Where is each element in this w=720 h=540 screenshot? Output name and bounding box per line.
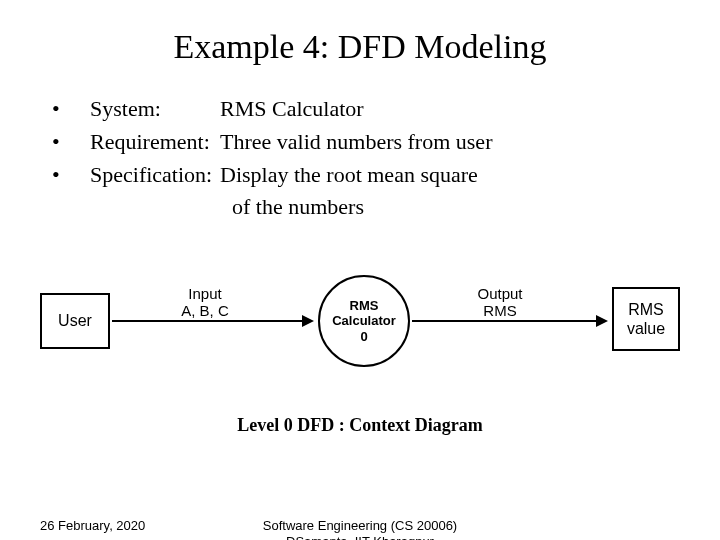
sink-text: value — [627, 320, 665, 337]
bullet-list: •System:RMS Calculator •Requirement:Thre… — [52, 94, 680, 223]
external-entity-user: User — [40, 293, 110, 349]
bullet-value: Display the root mean square — [220, 162, 478, 187]
bullet-system: •System:RMS Calculator — [52, 94, 680, 125]
sink-text: RMS — [628, 301, 664, 318]
process-rms-calculator: RMS Calculator 0 — [318, 275, 410, 367]
process-text: RMS — [350, 298, 379, 313]
arrow-head-icon — [302, 315, 314, 327]
bullet-dot: • — [52, 127, 90, 158]
footer-course: Software Engineering (CS 20006) DSamanta… — [0, 518, 720, 540]
arrow-output — [412, 320, 598, 322]
bullet-value: Three valid numbers from user — [220, 129, 492, 154]
arrow-input — [112, 320, 304, 322]
flow-text: Output — [477, 285, 522, 302]
flow-text: A, B, C — [181, 302, 229, 319]
flow-text: Input — [188, 285, 221, 302]
bullet-requirement: •Requirement:Three valid numbers from us… — [52, 127, 680, 158]
bullet-label: Requirement: — [90, 127, 220, 158]
flow-label-output: Output RMS — [460, 285, 540, 320]
bullet-dot: • — [52, 94, 90, 125]
diagram-caption: Level 0 DFD : Context Diagram — [40, 415, 680, 436]
footer-author: DSamanta, IIT Kharagpur — [286, 534, 434, 540]
flow-text: RMS — [483, 302, 516, 319]
bullet-specification: •Specification:Display the root mean squ… — [52, 160, 680, 191]
external-entity-rms-value: RMS value — [612, 287, 680, 351]
slide-title: Example 4: DFD Modeling — [40, 28, 680, 66]
process-text: 0 — [360, 329, 367, 344]
arrow-head-icon — [596, 315, 608, 327]
bullet-spec-cont: of the numbers — [232, 192, 680, 223]
bullet-label: System: — [90, 94, 220, 125]
dfd-diagram: User Input A, B, C RMS Calculator 0 Outp… — [40, 263, 680, 393]
flow-label-input: Input A, B, C — [160, 285, 250, 320]
bullet-value: RMS Calculator — [220, 96, 364, 121]
bullet-dot: • — [52, 160, 90, 191]
bullet-label: Specification: — [90, 160, 220, 191]
process-text: Calculator — [332, 313, 396, 328]
footer-course-name: Software Engineering (CS 20006) — [263, 518, 457, 533]
